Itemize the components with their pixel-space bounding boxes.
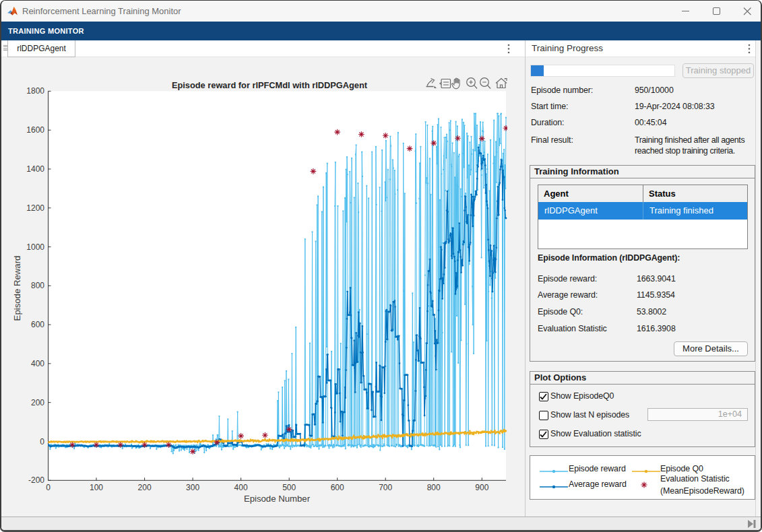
svg-text:400: 400 — [31, 359, 44, 368]
svg-text:800: 800 — [427, 483, 441, 492]
svg-text:700: 700 — [379, 483, 392, 492]
svg-text:900: 900 — [475, 483, 488, 492]
svg-text:1200: 1200 — [26, 203, 44, 213]
svg-text:300: 300 — [186, 483, 199, 492]
svg-text:400: 400 — [234, 483, 248, 492]
svg-text:0: 0 — [46, 483, 51, 492]
svg-text:1800: 1800 — [26, 86, 44, 96]
svg-text:Episode reward for rlPFCMdl wi: Episode reward for rlPFCMdl with rlDDPGA… — [172, 80, 368, 90]
svg-text:0: 0 — [40, 437, 44, 446]
svg-text:500: 500 — [282, 483, 296, 492]
svg-text:1400: 1400 — [26, 164, 44, 174]
svg-text:1600: 1600 — [26, 125, 44, 135]
svg-text:-200: -200 — [28, 475, 44, 485]
svg-text:200: 200 — [31, 398, 44, 407]
svg-text:1000: 1000 — [26, 242, 44, 252]
svg-text:100: 100 — [90, 483, 103, 492]
svg-text:600: 600 — [331, 483, 344, 492]
svg-text:200: 200 — [138, 483, 152, 492]
svg-text:Episode Reward: Episode Reward — [12, 256, 22, 321]
svg-text:800: 800 — [31, 281, 44, 290]
svg-text:600: 600 — [31, 320, 44, 329]
svg-text:Episode Number: Episode Number — [244, 494, 311, 504]
